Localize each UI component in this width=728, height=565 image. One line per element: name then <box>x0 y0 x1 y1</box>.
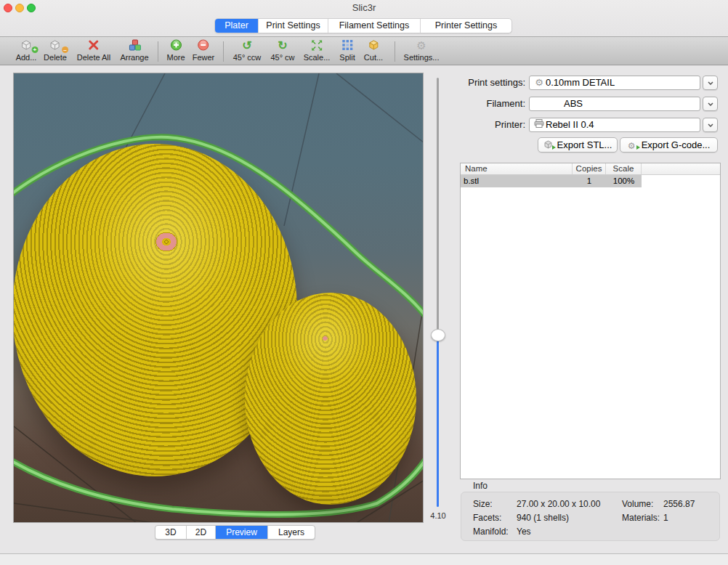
toolbar-separator <box>223 41 224 62</box>
toolbar-button-label: Settings... <box>404 53 440 62</box>
toolbar-button-label: Fewer <box>193 53 215 62</box>
column-header-copies[interactable]: Copies <box>573 163 606 174</box>
export-gcode-icon: ⚙ <box>628 140 638 150</box>
cell-name: b.stl <box>461 175 573 187</box>
chevron-down-icon <box>708 123 713 127</box>
toolbar-button-delete[interactable]: – Delete <box>44 39 67 64</box>
manifold-label: Manifold: <box>473 527 509 537</box>
tab-filament-settings[interactable]: Filament Settings <box>328 19 421 33</box>
print-settings-dropdown-button[interactable] <box>703 76 718 90</box>
size-value: 27.00 x 20.00 x 10.00 <box>517 499 600 509</box>
chevron-down-icon <box>708 81 713 85</box>
cut-box-icon <box>364 39 383 52</box>
toolbar-button-scale[interactable]: Scale... <box>304 39 331 64</box>
materials-label: Materials: <box>622 513 660 523</box>
sliced-object-small-dome[interactable] <box>245 293 416 505</box>
size-label: Size: <box>473 499 493 509</box>
column-header-scale[interactable]: Scale <box>606 163 642 174</box>
gear-icon: ⚙ <box>533 76 546 89</box>
toolbar-button-label: 45° cw <box>270 53 294 62</box>
scale-arrows-icon <box>304 39 331 52</box>
object-list-table[interactable]: Name Copies Scale b.stl 1 100% <box>460 163 721 479</box>
toolbar-button-add[interactable]: + Add... <box>16 39 37 64</box>
delete-box-icon: – <box>44 39 67 52</box>
printer-dropdown-button[interactable] <box>703 118 718 132</box>
toolbar: + Add... – Delete Delete All Arrange Mor… <box>0 36 728 65</box>
chevron-down-icon <box>708 102 713 106</box>
toolbar-button-arrange[interactable]: Arrange <box>120 39 148 64</box>
toolbar-button-split[interactable]: Split <box>339 39 355 64</box>
gear-icon: ⚙ <box>404 39 440 52</box>
filament-combo[interactable]: ABS <box>529 97 700 111</box>
print-settings-combo[interactable]: ⚙ 0.10mm DETAIL <box>529 76 700 90</box>
view-tab-3d[interactable]: 3D <box>155 526 187 539</box>
tab-plater[interactable]: Plater <box>215 19 259 33</box>
split-dots-icon <box>339 39 355 52</box>
printer-value: Rebel II 0.4 <box>546 118 594 131</box>
tab-print-settings[interactable]: Print Settings <box>259 19 328 33</box>
top-infill-ring-large <box>153 230 179 253</box>
materials-value: 1 <box>663 513 668 523</box>
toolbar-button-label: More <box>166 53 185 62</box>
view-tab-layers[interactable]: Layers <box>268 526 315 539</box>
layer-slider-value: 4.10 <box>426 511 450 520</box>
toolbar-button-fewer[interactable]: Fewer <box>193 39 215 64</box>
export-stl-button[interactable]: Export STL... <box>538 137 618 153</box>
info-box: Size: 27.00 x 20.00 x 10.00 Volume: 2556… <box>461 492 720 541</box>
rotate-cw-icon: ↻ <box>270 39 294 52</box>
toolbar-button-label: Add... <box>16 53 37 62</box>
toolbar-separator <box>158 41 158 62</box>
toolbar-button-delete-all[interactable]: Delete All <box>77 39 110 64</box>
printer-combo[interactable]: Rebel II 0.4 <box>529 118 700 132</box>
printer-label: Printer: <box>458 118 525 132</box>
3d-preview-canvas[interactable] <box>13 73 424 523</box>
top-infill-ring-small <box>321 335 329 342</box>
export-stl-label: Export STL... <box>557 139 612 150</box>
window-title: Slic3r <box>0 0 728 16</box>
filament-label: Filament: <box>458 97 525 111</box>
column-header-name[interactable]: Name <box>461 163 573 174</box>
rotate-ccw-icon: ↺ <box>233 39 262 52</box>
print-settings-label: Print settings: <box>458 76 525 90</box>
main-tab-bar: Plater Print Settings Filament Settings … <box>214 18 512 33</box>
toolbar-button-label: Scale... <box>304 53 331 62</box>
toolbar-button-rotate-ccw[interactable]: ↺ 45° ccw <box>233 39 262 64</box>
export-gcode-button[interactable]: ⚙ Export G-code... <box>620 137 718 153</box>
toolbar-button-label: Split <box>339 53 355 62</box>
manifold-value: Yes <box>517 527 531 537</box>
toolbar-button-label: Delete All <box>77 53 110 62</box>
facets-label: Facets: <box>473 513 501 523</box>
export-stl-icon <box>543 140 554 150</box>
view-tab-2d[interactable]: 2D <box>187 526 216 539</box>
cell-copies: 1 <box>573 175 606 187</box>
view-tab-preview[interactable]: Preview <box>216 526 268 539</box>
toolbar-button-settings[interactable]: ⚙ Settings... <box>404 39 440 64</box>
filament-value: ABS <box>564 97 583 110</box>
volume-label: Volume: <box>622 499 653 509</box>
toolbar-button-label: Cut... <box>364 53 383 62</box>
filament-dropdown-button[interactable] <box>703 97 718 111</box>
print-settings-value: 0.10mm DETAIL <box>546 76 615 89</box>
layer-slider-track[interactable] <box>437 78 439 336</box>
add-box-icon: + <box>16 39 37 52</box>
table-row[interactable]: b.stl 1 100% <box>461 175 720 187</box>
toolbar-button-more[interactable]: More <box>166 39 185 64</box>
toolbar-button-label: Arrange <box>120 53 148 62</box>
minus-circle-icon <box>193 39 215 52</box>
title-bar: Slic3r Plater Print Settings Filament Se… <box>0 0 728 36</box>
toolbar-button-label: Delete <box>44 53 67 62</box>
toolbar-separator <box>395 41 395 62</box>
volume-value: 2556.87 <box>663 499 695 509</box>
table-header-row: Name Copies Scale <box>461 163 720 175</box>
info-group-title: Info <box>473 481 488 491</box>
toolbar-button-cut[interactable]: Cut... <box>364 39 383 64</box>
delete-all-icon <box>77 39 110 52</box>
tab-printer-settings[interactable]: Printer Settings <box>421 19 511 33</box>
facets-value: 940 (1 shells) <box>517 513 569 523</box>
view-mode-tab-bar: 3D 2D Preview Layers <box>155 525 315 540</box>
layer-slider-thumb[interactable] <box>431 329 445 341</box>
cell-scale: 100% <box>606 175 642 187</box>
arrange-cubes-icon <box>120 39 148 52</box>
toolbar-button-rotate-cw[interactable]: ↻ 45° cw <box>270 39 294 64</box>
export-gcode-label: Export G-code... <box>642 139 711 150</box>
